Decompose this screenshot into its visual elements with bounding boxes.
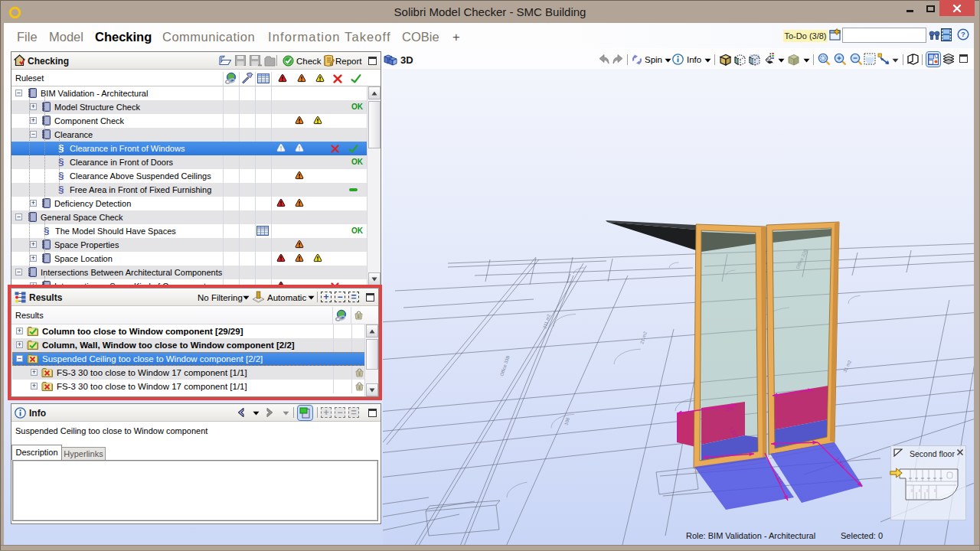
svg-text:?: ? [961,30,965,38]
